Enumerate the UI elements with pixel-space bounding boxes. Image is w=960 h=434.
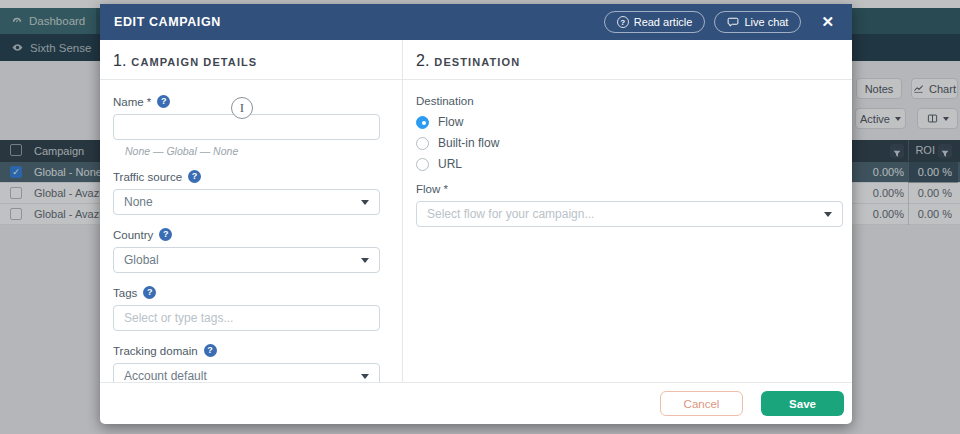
section-header-details: 1. CAMPAIGN DETAILS bbox=[100, 52, 402, 80]
help-icon[interactable]: ? bbox=[143, 286, 156, 299]
tags-label: Tags bbox=[113, 287, 137, 299]
radio-option-url[interactable]: URL bbox=[416, 157, 843, 171]
traffic-source-select[interactable]: None bbox=[113, 189, 380, 215]
help-circle-icon: ? bbox=[617, 16, 629, 28]
live-chat-label: Live chat bbox=[744, 16, 788, 28]
country-select[interactable]: Global bbox=[113, 247, 380, 273]
flow-placeholder: Select flow for your campaign... bbox=[427, 207, 824, 221]
modal-footer: Cancel Save bbox=[100, 382, 852, 424]
help-icon[interactable]: ? bbox=[188, 170, 201, 183]
destination-section: 2. DESTINATION Destination Flow Built-in… bbox=[403, 40, 852, 382]
chevron-down-icon bbox=[361, 374, 369, 379]
edit-campaign-modal: EDIT CAMPAIGN ? Read article Live chat ✕… bbox=[100, 4, 852, 424]
tracking-domain-select[interactable]: Account default bbox=[113, 363, 380, 382]
read-article-label: Read article bbox=[634, 16, 693, 28]
read-article-button[interactable]: ? Read article bbox=[604, 11, 706, 33]
save-button[interactable]: Save bbox=[761, 391, 844, 416]
tracking-domain-field: Tracking domain ? Account default bbox=[113, 344, 380, 382]
chevron-down-icon bbox=[824, 212, 832, 217]
tags-field: Tags ? bbox=[113, 286, 380, 331]
text-cursor-icon: I bbox=[231, 97, 253, 119]
modal-title: EDIT CAMPAIGN bbox=[114, 15, 221, 29]
chevron-down-icon bbox=[361, 258, 369, 263]
chat-bubble-icon bbox=[727, 16, 739, 28]
country-label: Country bbox=[113, 229, 153, 241]
radio-builtin-label: Built-in flow bbox=[438, 136, 499, 150]
traffic-source-label-row: Traffic source ? bbox=[113, 170, 380, 183]
section-header-destination: 2. DESTINATION bbox=[403, 52, 852, 80]
country-label-row: Country ? bbox=[113, 228, 380, 241]
close-icon[interactable]: ✕ bbox=[821, 13, 834, 31]
radio-option-flow[interactable]: Flow bbox=[416, 115, 843, 129]
tags-input[interactable] bbox=[113, 305, 380, 331]
modal-body: 1. CAMPAIGN DETAILS Name * ? I None — Gl… bbox=[100, 40, 852, 382]
country-field: Country ? Global bbox=[113, 228, 380, 273]
campaign-details-section: 1. CAMPAIGN DETAILS Name * ? I None — Gl… bbox=[100, 40, 403, 382]
name-field: Name * ? I None — Global — None bbox=[113, 95, 380, 157]
tracking-domain-value: Account default bbox=[124, 369, 361, 382]
help-icon[interactable]: ? bbox=[157, 95, 170, 108]
section-title: CAMPAIGN DETAILS bbox=[131, 56, 257, 68]
help-icon[interactable]: ? bbox=[159, 228, 172, 241]
radio-url-label: URL bbox=[438, 157, 462, 171]
name-hint: None — Global — None bbox=[125, 145, 380, 157]
flow-label: Flow * bbox=[416, 183, 843, 195]
section-number: 2. bbox=[416, 52, 429, 70]
tracking-domain-label: Tracking domain bbox=[113, 345, 198, 357]
name-label: Name * bbox=[113, 96, 151, 108]
screen: Dashboard C Sixth Sense $ Co bbox=[0, 0, 960, 434]
traffic-source-label: Traffic source bbox=[113, 171, 182, 183]
radio-icon[interactable] bbox=[416, 158, 429, 171]
chevron-down-icon bbox=[361, 200, 369, 205]
section-title: DESTINATION bbox=[434, 56, 520, 68]
destination-group-label: Destination bbox=[416, 95, 843, 107]
section-number: 1. bbox=[113, 52, 126, 70]
traffic-source-value: None bbox=[124, 195, 361, 209]
help-icon[interactable]: ? bbox=[204, 344, 217, 357]
tags-label-row: Tags ? bbox=[113, 286, 380, 299]
modal-header: EDIT CAMPAIGN ? Read article Live chat ✕ bbox=[100, 4, 852, 40]
tracking-domain-label-row: Tracking domain ? bbox=[113, 344, 380, 357]
traffic-source-field: Traffic source ? None bbox=[113, 170, 380, 215]
live-chat-button[interactable]: Live chat bbox=[714, 11, 801, 33]
flow-select[interactable]: Select flow for your campaign... bbox=[416, 201, 843, 227]
country-value: Global bbox=[124, 253, 361, 267]
radio-icon[interactable] bbox=[416, 137, 429, 150]
flow-field: Flow * Select flow for your campaign... bbox=[416, 183, 843, 227]
radio-selected-icon[interactable] bbox=[416, 116, 429, 129]
radio-flow-label: Flow bbox=[438, 115, 463, 129]
radio-option-builtin-flow[interactable]: Built-in flow bbox=[416, 136, 843, 150]
cancel-button[interactable]: Cancel bbox=[660, 391, 743, 416]
